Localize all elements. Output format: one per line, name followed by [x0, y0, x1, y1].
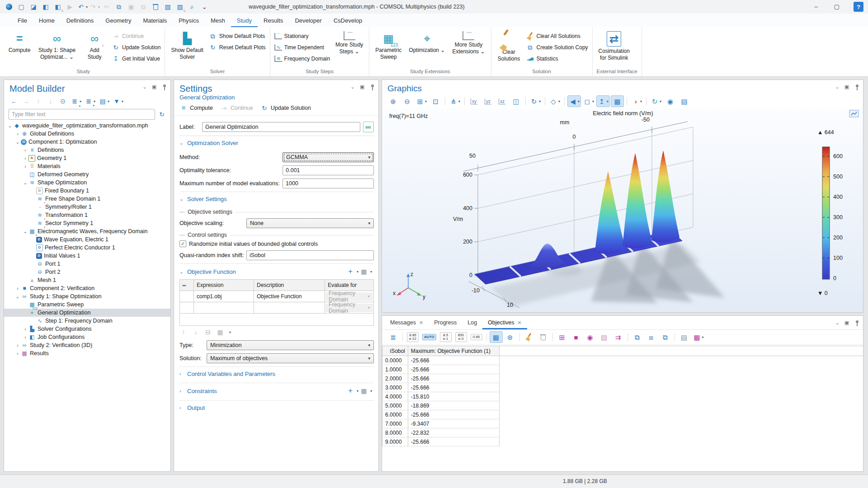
close-tab-icon[interactable]: ✕ [517, 320, 521, 326]
compute-action[interactable]: =Compute [179, 104, 213, 112]
evaluate-for-dropdown[interactable]: Frequency Domain▾ [326, 304, 373, 312]
default-view-button[interactable]: ◫ [509, 95, 523, 107]
rotate-button[interactable]: ↻▾ [528, 95, 542, 107]
delete-button[interactable] [150, 1, 161, 12]
copy-image-button[interactable]: ⧉ [659, 331, 672, 343]
zoom-in-button[interactable]: ⊕ [387, 95, 400, 107]
run-button[interactable]: ▶ [65, 1, 75, 12]
output-section[interactable]: Output [187, 404, 205, 411]
update-solution-action[interactable]: ↻Update Solution [260, 104, 311, 112]
section-chevron-icon[interactable]: › [179, 371, 184, 376]
objectives-row[interactable]: 0.0000-25.666 [382, 356, 863, 365]
tree-item[interactable]: DPerfect Electric Conductor 1 [4, 244, 170, 252]
forward-button[interactable]: → [22, 97, 31, 106]
solution-dropdown[interactable]: Maximum of objectives▾ [207, 353, 374, 363]
undo-button[interactable]: ↶▾ [77, 1, 88, 12]
stationary-button[interactable]: ⌒Stationary [274, 32, 330, 40]
back-button[interactable]: ← [9, 97, 19, 106]
tree-item[interactable]: DFixed Boundary 1 [4, 187, 170, 195]
pin-panel-button[interactable] [160, 84, 167, 90]
parametric-sweep-button[interactable]: ▦123Parametric Sweep [373, 29, 403, 61]
maximize-button[interactable]: ▢ [826, 0, 847, 14]
tree-item[interactable]: ›■Component 2: Verification [4, 284, 170, 292]
constraints-section[interactable]: Constraints [187, 388, 217, 394]
load-table-button[interactable]: ▦ [360, 267, 368, 276]
scene-light-button[interactable]: ◀▾ [567, 95, 581, 107]
view-xz-button[interactable]: xz [495, 95, 509, 107]
copy-button[interactable]: ⧉ [113, 1, 124, 12]
move-down-button[interactable]: ↓ [46, 97, 55, 106]
continue-action[interactable]: ⇥Continue [220, 104, 253, 112]
tree-item[interactable]: ≋▪Free Shape Domain 1 [4, 195, 170, 203]
pin-panel-button[interactable] [368, 84, 375, 90]
reset-default-plots-button[interactable]: ↻Reset Default Plots [209, 43, 266, 52]
clear-all-solutions-button[interactable]: Clear All Solutions [526, 32, 588, 40]
quasi-random-input[interactable] [246, 250, 374, 260]
edit-label-button[interactable]: ≔ [363, 122, 374, 132]
float-panel-button[interactable]: ▣ [359, 84, 365, 90]
objective-scaling-dropdown[interactable]: None▾ [246, 218, 374, 228]
tree-item[interactable]: ⊖Port 2 [4, 268, 170, 276]
menu-materials[interactable]: Materials [137, 14, 173, 27]
duplicate-button[interactable]: ⧉ [138, 1, 149, 12]
color-cell-button[interactable]: ■ [570, 331, 583, 343]
print-button[interactable]: ▤ [678, 95, 691, 107]
format-scientific-button[interactable]: 8.85 e-12 [406, 331, 420, 343]
zoom-out-button[interactable]: ⊖ [401, 95, 414, 107]
add-row-button[interactable]: + [346, 267, 354, 276]
open-file-button[interactable]: ◪ [28, 1, 39, 12]
tree-item[interactable]: ⌄ΩComponent 1: Optimization [4, 138, 170, 146]
copy-table-button[interactable]: ⧉ [631, 331, 644, 343]
pin-panel-button[interactable] [853, 84, 859, 90]
view-yz-button[interactable]: yz [481, 95, 495, 107]
tab-log[interactable]: Log [462, 316, 482, 329]
objectives-row[interactable]: 7.0000-9.3407 [382, 419, 863, 428]
tree-item[interactable]: ⌄▦✶Electromagnetic Waves, Frequency Doma… [4, 227, 170, 235]
randomize-checkbox[interactable]: ✓ [179, 240, 186, 247]
delete-row-button[interactable]: ⊟ [204, 328, 212, 336]
grid-button[interactable]: ▦ [611, 95, 624, 107]
tree-item[interactable]: DWave Equation, Electric 1 [4, 235, 170, 244]
minimize-button[interactable]: – [806, 0, 826, 14]
customize-toolbar-button[interactable]: ⌄ [199, 1, 210, 12]
optimization-solver-section[interactable]: Optimization Solver [187, 140, 238, 146]
evaluate-for-dropdown[interactable]: Frequency Domain▾ [326, 292, 373, 301]
find-button[interactable]: ⌕ [187, 1, 198, 12]
objectives-row[interactable]: 2.0000-25.666 [382, 374, 863, 383]
add-study-button[interactable]: ∞↓Add Study [81, 29, 108, 61]
cosimulation-simulink-button[interactable]: ⇄Cosimulation for Simulink [597, 29, 632, 62]
snapshot-button[interactable]: ◉ [664, 95, 677, 107]
zoom-extents-button[interactable]: ⊡ [429, 95, 442, 107]
objectives-row[interactable]: 6.0000-25.666 [382, 410, 863, 419]
table-view-button[interactable]: ▦ [490, 331, 503, 343]
show-default-plots-button[interactable]: ⧉Show Default Plots [209, 32, 266, 40]
tree-item[interactable]: ≋▪Transformation 1 [4, 211, 170, 219]
menu-study[interactable]: Study [231, 14, 258, 27]
select-box-button[interactable]: ▧ [162, 1, 173, 12]
save-as-button[interactable]: ◧✎ [52, 1, 63, 12]
float-panel-button[interactable]: ▣ [151, 84, 157, 90]
tree-item[interactable]: ◫Deformed Geometry [4, 170, 170, 178]
format-milli-button[interactable]: 850 e-3 [454, 331, 468, 343]
tree-item[interactable]: ⌄≋Shape Optimization [4, 178, 170, 187]
tree-item[interactable]: ▫▫Symmetry/Roller 1 [4, 203, 170, 211]
table-options-button[interactable]: ▦ [216, 328, 224, 336]
menu-results[interactable]: Results [258, 14, 289, 27]
format-plain-button[interactable]: 0.85 [469, 331, 484, 343]
objectives-row[interactable]: 3.0000-25.666 [382, 383, 863, 392]
method-dropdown[interactable]: GCMMA▾ [283, 152, 374, 162]
pin-panel-button[interactable] [853, 319, 859, 326]
show-button[interactable]: ⊙ [58, 97, 67, 106]
objective-function-row[interactable]: comp1.objObjective FunctionFrequency Dom… [180, 291, 374, 302]
objectives-row[interactable]: 4.0000-15.810 [382, 392, 863, 401]
cut-button[interactable]: ✂ [101, 1, 112, 12]
scene-button[interactable]: ◇▾ [548, 95, 561, 107]
frequency-domain-button[interactable]: ≋Frequency Domain [274, 54, 330, 63]
table-columns-button[interactable]: ⇉ [612, 331, 625, 343]
max-evaluations-input[interactable] [283, 178, 374, 188]
objectives-row[interactable]: 8.0000-22.832 [382, 428, 863, 437]
objective-function-row[interactable]: Frequency Domain▾ [180, 302, 374, 314]
export-table-button[interactable]: ⧈ [645, 331, 658, 343]
menu-file[interactable]: File [12, 14, 33, 27]
tree-item[interactable]: ›▦Results [4, 349, 170, 357]
